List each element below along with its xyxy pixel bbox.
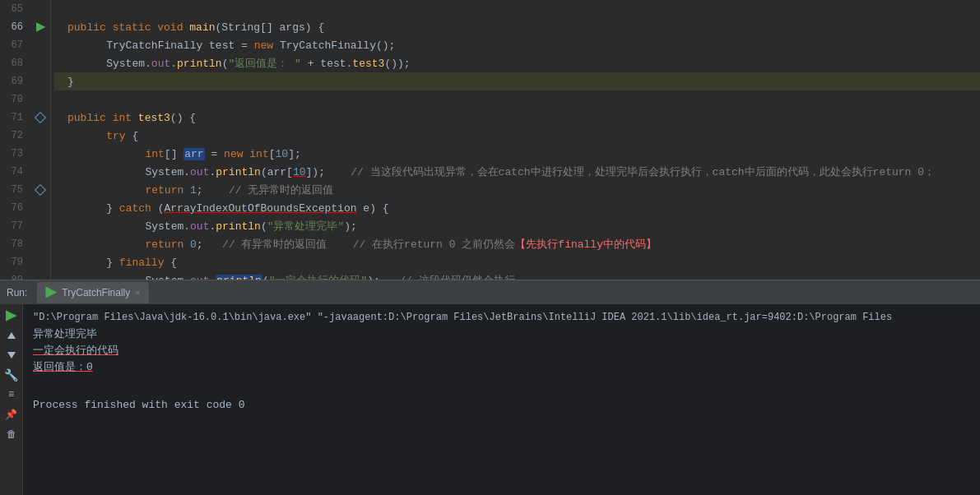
line-num-71: 71 (0, 112, 30, 123)
code-line-67: TryCatchFinally test = new TryCatchFinal… (54, 36, 980, 54)
format-icon: ≡ (8, 389, 14, 400)
code-lines[interactable]: public static void main(String[] args) {… (51, 0, 980, 280)
code-line-75: return 1; // 无异常时的返回值 (54, 181, 980, 199)
down-arrow-icon (7, 352, 16, 359)
pin-button[interactable]: 📌 (5, 408, 18, 421)
code-line-79: } finally { (54, 253, 980, 271)
breakpoint-71[interactable] (34, 112, 45, 123)
method-main: main (189, 21, 215, 34)
gutter-row-76: 76 (0, 199, 50, 217)
gutter-row-69: 69 (0, 72, 50, 90)
gutter-row-67: 67 (0, 36, 50, 54)
line-num-75: 75 (0, 184, 30, 196)
code-line-71: public int test3() { (54, 109, 980, 127)
line-num-77: 77 (0, 220, 30, 232)
format-button[interactable]: ≡ (5, 388, 18, 401)
code-line-74: System.out.println(arr[10]); // 当这段代码出现异… (54, 163, 980, 181)
run-tab[interactable]: TryCatchFinally × (37, 282, 148, 303)
code-line-76: } catch (ArrayIndexOutOfBoundsException … (54, 199, 980, 217)
play-button[interactable] (5, 309, 18, 322)
gutter-row-73: 73 (0, 145, 50, 163)
line-num-79: 79 (0, 257, 30, 268)
line-num-78: 78 (0, 238, 30, 250)
line-num-80: 80 (0, 275, 30, 280)
app-window: 65 66 67 68 (0, 0, 980, 495)
run-icon-66[interactable] (36, 22, 46, 32)
classname-trycatchfinally: TryCatchFinally (106, 39, 202, 52)
gutter-row-74: 74 (0, 163, 50, 181)
run-tab-icon (45, 287, 57, 298)
run-panel: Run: TryCatchFinally × 🔧 (0, 280, 980, 495)
gutter-row-71: 71 (0, 109, 50, 127)
gutter-row-72: 72 (0, 127, 50, 145)
code-editor: 65 66 67 68 (0, 0, 980, 280)
code-line-66: public static void main(String[] args) { (54, 18, 980, 36)
run-sidebar-buttons: 🔧 ≡ 📌 🗑 (0, 304, 23, 495)
keyword-public: public (67, 21, 106, 34)
run-tab-bar: Run: TryCatchFinally × (0, 280, 980, 304)
output-cmd-line: "D:\Program Files\Java\jdk-16.0.1\bin\ja… (33, 309, 970, 326)
output-line-blank (33, 375, 970, 391)
run-tab-close[interactable]: × (135, 288, 140, 298)
line-num-68: 68 (0, 58, 30, 69)
code-line-72: try { (54, 127, 980, 145)
run-tab-name: TryCatchFinally (62, 287, 130, 298)
line-num-66: 66 (0, 21, 30, 33)
breakpoint-75[interactable] (34, 184, 45, 196)
delete-button[interactable]: 🗑 (5, 428, 18, 441)
pin-icon: 📌 (5, 409, 17, 421)
delete-icon: 🗑 (7, 428, 16, 441)
gutter-row-65: 65 (0, 0, 50, 18)
play-icon (6, 310, 17, 322)
keyword-static: static (113, 21, 151, 34)
code-line-69: } (54, 72, 980, 90)
scroll-down-button[interactable] (5, 349, 18, 362)
line-num-74: 74 (0, 166, 30, 178)
code-line-65 (54, 0, 980, 18)
gutter-row-78: 78 (0, 235, 50, 253)
output-line-2: 一定会执行的代码 (33, 342, 970, 359)
code-line-80: System.out.println("一定会执行的代码"); // 这段代码仍… (54, 271, 980, 280)
code-line-70 (54, 90, 980, 109)
line-num-72: 72 (0, 130, 30, 141)
code-line-68: System.out.println("返回值是： " + test.test3… (54, 54, 980, 72)
line-num-65: 65 (0, 3, 30, 15)
run-output[interactable]: "D:\Program Files\Java\jdk-16.0.1\bin\ja… (23, 304, 980, 495)
code-line-77: System.out.println("异常处理完毕"); (54, 217, 980, 235)
line-num-70: 70 (0, 94, 30, 105)
gutter-row-77: 77 (0, 217, 50, 235)
wrench-button[interactable]: 🔧 (5, 368, 18, 382)
gutter-row-68: 68 (0, 54, 50, 72)
gutter-row-75: 75 (0, 181, 50, 199)
run-label: Run: (7, 287, 27, 298)
keyword-void: void (157, 21, 183, 34)
up-arrow-icon (7, 332, 16, 339)
output-text-2: 一定会执行的代码 (33, 343, 118, 358)
gutter-row-70: 70 (0, 90, 50, 109)
code-line-78: return 0; // 有异常时的返回值 // 在执行return 0 之前仍… (54, 235, 980, 253)
line-gutter: 65 66 67 68 (0, 0, 51, 280)
line-num-76: 76 (0, 202, 30, 214)
gutter-row-80: 80 (0, 271, 50, 280)
line-num-73: 73 (0, 148, 30, 160)
output-line-3: 返回值是：0 (33, 359, 970, 375)
output-text-1: 异常处理完毕 (33, 326, 97, 341)
gutter-row-79: 79 (0, 253, 50, 271)
process-text: Process finished with exit code 0 (33, 399, 244, 411)
gutter-icon-71[interactable] (30, 113, 50, 122)
gutter-icon-75[interactable] (30, 186, 50, 194)
run-panel-body: 🔧 ≡ 📌 🗑 "D:\Program Files\Java\jdk-16.0.… (0, 304, 980, 495)
code-line-73: int[] arr = new int[10]; (54, 145, 980, 163)
close-brace-69: } (67, 76, 74, 88)
wrench-icon: 🔧 (4, 368, 18, 382)
cmd-text: "D:\Program Files\Java\jdk-16.0.1\bin\ja… (33, 312, 892, 323)
scroll-up-button[interactable] (5, 329, 18, 342)
output-process-line: Process finished with exit code 0 (33, 396, 970, 413)
output-line-1: 异常处理完毕 (33, 326, 970, 342)
line-num-69: 69 (0, 76, 30, 87)
gutter-row-66: 66 (0, 18, 50, 36)
output-text-3: 返回值是：0 (33, 359, 93, 374)
line-num-67: 67 (0, 39, 30, 51)
gutter-icon-66[interactable] (30, 22, 50, 32)
